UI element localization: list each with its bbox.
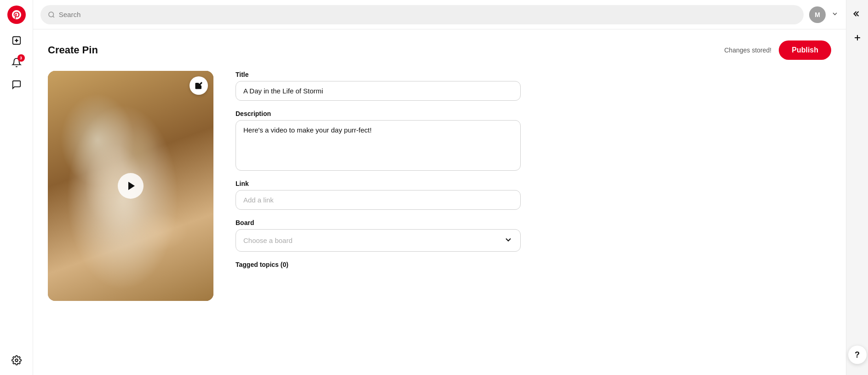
- panel-collapse-button[interactable]: [849, 6, 866, 22]
- video-preview: [48, 71, 213, 301]
- notification-badge: 3: [17, 54, 25, 62]
- notification-btn[interactable]: 3: [7, 53, 26, 72]
- description-label: Description: [236, 110, 521, 117]
- description-field-group: Description Here's a video to make your …: [236, 110, 521, 171]
- edit-image-button[interactable]: [190, 76, 208, 95]
- chat-icon: [11, 80, 22, 90]
- play-icon: [126, 180, 137, 191]
- publish-button[interactable]: Publish: [779, 40, 831, 60]
- title-input[interactable]: [236, 81, 521, 101]
- svg-marker-5: [128, 182, 135, 190]
- board-select[interactable]: Choose a board: [236, 229, 521, 252]
- plus-icon: [11, 35, 22, 46]
- search-bar[interactable]: [40, 5, 804, 24]
- settings-btn[interactable]: [7, 351, 26, 369]
- settings-icon: [11, 355, 22, 365]
- chat-btn[interactable]: [7, 75, 26, 94]
- play-button-overlay: [48, 71, 213, 301]
- panel-add-button[interactable]: [849, 29, 866, 46]
- board-chevron-icon: [504, 235, 513, 246]
- pin-editor: Title Description Here's a video to make…: [48, 71, 831, 301]
- topnav: M: [33, 0, 846, 29]
- title-label: Title: [236, 71, 521, 78]
- tagged-topics-group: Tagged topics (0): [236, 261, 521, 268]
- user-avatar[interactable]: M: [809, 6, 826, 23]
- help-button[interactable]: ?: [848, 346, 867, 364]
- changes-stored-label: Changes stored!: [724, 46, 771, 54]
- collapse-icon: [853, 9, 862, 18]
- tagged-topics-label: Tagged topics (0): [236, 261, 521, 268]
- video-thumbnail: [48, 71, 213, 301]
- search-icon: [48, 11, 55, 18]
- right-panel: ?: [846, 0, 868, 375]
- header-right: Changes stored! Publish: [724, 40, 831, 60]
- link-field-group: Link: [236, 180, 521, 210]
- pin-form: Title Description Here's a video to make…: [236, 71, 521, 268]
- svg-point-3: [15, 359, 18, 362]
- search-input[interactable]: [59, 11, 796, 18]
- chevron-down-icon: [831, 10, 839, 17]
- board-label: Board: [236, 219, 521, 226]
- link-label: Link: [236, 180, 521, 187]
- page-content: Create Pin Changes stored! Publish: [33, 29, 846, 375]
- pinterest-icon: [12, 10, 21, 19]
- pinterest-logo[interactable]: [7, 6, 26, 24]
- help-label: ?: [855, 350, 860, 360]
- create-pin-sidebar-btn[interactable]: [7, 31, 26, 50]
- description-input[interactable]: Here's a video to make your day purr-fec…: [236, 120, 521, 171]
- chevron-down-icon: [504, 235, 513, 244]
- title-field-group: Title: [236, 71, 521, 101]
- page-title: Create Pin: [48, 44, 98, 56]
- board-select-placeholder: Choose a board: [243, 237, 293, 244]
- user-menu-chevron[interactable]: [831, 10, 839, 19]
- edit-icon: [195, 81, 203, 90]
- link-input[interactable]: [236, 190, 521, 210]
- create-pin-header: Create Pin Changes stored! Publish: [48, 40, 831, 60]
- board-field-group: Board Choose a board: [236, 219, 521, 252]
- add-icon: [853, 33, 862, 42]
- sidebar: 3: [0, 0, 33, 375]
- play-button[interactable]: [118, 173, 144, 199]
- svg-point-4: [49, 12, 54, 17]
